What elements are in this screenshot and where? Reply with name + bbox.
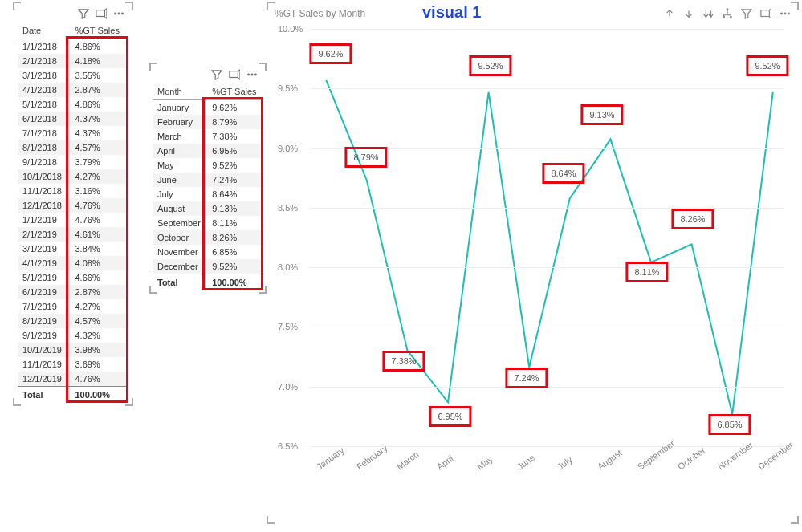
table-row[interactable]: January9.62% [153, 100, 263, 116]
more-icon[interactable] [780, 8, 791, 21]
table-row[interactable]: 12/1/20184.76% [18, 198, 128, 213]
svg-rect-11 [761, 10, 770, 17]
table-row[interactable]: 2/1/20194.61% [18, 227, 128, 242]
cell-value: 4.57% [71, 140, 129, 155]
cell-value: 8.26% [207, 230, 263, 245]
svg-rect-4 [230, 71, 238, 78]
cell-key: 1/1/2019 [18, 213, 71, 227]
cell-value: 9.13% [207, 201, 263, 216]
cell-key: 12/1/2018 [18, 198, 71, 213]
table-row[interactable]: May9.52% [153, 158, 263, 173]
table-row[interactable]: 1/1/20184.86% [18, 39, 128, 55]
y-axis-tick-label: 7.0% [278, 382, 298, 392]
table-row[interactable]: 10/1/20184.27% [18, 169, 128, 184]
table-row[interactable]: 4/1/20194.08% [18, 256, 128, 270]
table-row[interactable]: April6.95% [153, 144, 263, 158]
cell-key: November [153, 245, 207, 259]
y-axis-tick-label: 9.0% [278, 144, 298, 153]
cell-value: 4.57% [71, 314, 129, 328]
hierarchy-icon[interactable] [722, 8, 733, 21]
table-row[interactable]: 3/1/20193.84% [18, 242, 128, 256]
cell-value: 3.79% [71, 155, 129, 169]
table-row[interactable]: 8/1/20184.57% [18, 140, 128, 155]
svg-point-3 [122, 13, 124, 14]
table-row[interactable]: 12/1/20194.76% [18, 372, 128, 387]
cell-key: 2/1/2018 [18, 54, 71, 68]
col-header-sales[interactable]: %GT Sales [207, 83, 263, 100]
visual-toolbar [153, 66, 263, 83]
svg-rect-0 [96, 10, 105, 17]
y-axis-tick-label: 8.5% [278, 203, 298, 213]
more-icon[interactable] [113, 8, 124, 19]
cell-key: 2/1/2019 [18, 227, 71, 242]
cell-value: 7.38% [207, 129, 263, 144]
total-label: Total [18, 387, 71, 404]
table-row[interactable]: 7/1/20194.27% [18, 299, 128, 314]
table-row[interactable]: February8.79% [153, 115, 263, 129]
table-row[interactable]: June7.24% [153, 173, 263, 187]
visual-toolbar [664, 8, 791, 21]
more-icon[interactable] [246, 69, 258, 80]
cell-key: September [153, 216, 207, 230]
table-row[interactable]: 4/1/20182.87% [18, 83, 128, 97]
table-row[interactable]: 6/1/20192.87% [18, 285, 128, 299]
table-row[interactable]: October8.26% [153, 230, 263, 245]
table-row[interactable]: December9.52% [153, 259, 263, 274]
table-row[interactable]: 5/1/20194.66% [18, 270, 128, 285]
cell-key: 1/1/2018 [18, 39, 71, 55]
cell-key: 11/1/2018 [18, 184, 71, 198]
filter-icon[interactable] [78, 8, 89, 19]
table-row[interactable]: November6.85% [153, 245, 263, 259]
chart-line[interactable] [326, 80, 773, 414]
col-header-sales[interactable]: %GT Sales [71, 22, 129, 39]
table-row[interactable]: 6/1/20184.37% [18, 112, 128, 126]
col-header-date[interactable]: Date [18, 22, 71, 39]
table-row[interactable]: 8/1/20194.57% [18, 314, 128, 328]
month-table[interactable]: Month %GT Sales January9.62%February8.79… [153, 83, 263, 290]
focus-mode-icon[interactable] [229, 69, 240, 80]
date-table[interactable]: Date %GT Sales 1/1/20184.86%2/1/20184.18… [18, 22, 128, 403]
table-row[interactable]: 2/1/20184.18% [18, 54, 128, 68]
y-axis-tick-label: 10.0% [278, 24, 303, 34]
table-row[interactable]: August9.13% [153, 201, 263, 216]
drill-up-icon[interactable] [664, 8, 675, 21]
col-header-month[interactable]: Month [153, 83, 207, 100]
y-axis-tick-label: 7.5% [278, 322, 298, 331]
drill-down-icon[interactable] [683, 8, 694, 21]
table-row[interactable]: 1/1/20194.76% [18, 213, 128, 227]
svg-point-6 [251, 74, 253, 75]
expand-all-icon[interactable] [702, 8, 714, 21]
table-row[interactable]: 9/1/20194.32% [18, 328, 128, 343]
cell-value: 2.87% [71, 285, 129, 299]
table-row[interactable]: 11/1/20183.16% [18, 184, 128, 198]
table-row[interactable]: 11/1/20193.69% [18, 357, 128, 372]
cell-value: 4.76% [71, 372, 129, 387]
svg-point-2 [118, 13, 120, 14]
table-row[interactable]: September8.11% [153, 216, 263, 230]
filter-icon[interactable] [741, 8, 752, 21]
filter-icon[interactable] [211, 69, 222, 80]
visual-label: visual 1 [422, 3, 481, 22]
cell-value: 6.95% [207, 144, 263, 158]
table-row[interactable]: 9/1/20183.79% [18, 155, 128, 169]
cell-value: 4.86% [71, 97, 129, 112]
line-chart-visual: %GT Sales by Month visual 1 6.5%7.0%7.5%… [270, 5, 796, 521]
table-row[interactable]: 3/1/20183.55% [18, 68, 128, 83]
cell-value: 8.11% [207, 216, 263, 230]
focus-mode-icon[interactable] [760, 8, 771, 21]
y-axis-tick-label: 9.5% [278, 83, 298, 93]
table-row[interactable]: 7/1/20184.37% [18, 126, 128, 140]
focus-mode-icon[interactable] [96, 8, 107, 19]
cell-value: 4.37% [71, 126, 129, 140]
table-row[interactable]: 5/1/20184.86% [18, 97, 128, 112]
table-visual-month: Month %GT Sales January9.62%February8.79… [153, 66, 263, 290]
chart-plot-area[interactable]: 6.5%7.0%7.5%8.0%8.5%9.0%9.5%10.0%9.62%8.… [310, 29, 789, 478]
cell-value: 4.08% [71, 256, 129, 270]
cell-key: 12/1/2019 [18, 372, 71, 387]
table-row[interactable]: 10/1/20193.98% [18, 343, 128, 357]
cell-value: 4.27% [71, 299, 129, 314]
cell-value: 8.64% [207, 187, 263, 201]
table-row[interactable]: July8.64% [153, 187, 263, 201]
table-row[interactable]: March7.38% [153, 129, 263, 144]
cell-value: 4.86% [71, 39, 129, 55]
